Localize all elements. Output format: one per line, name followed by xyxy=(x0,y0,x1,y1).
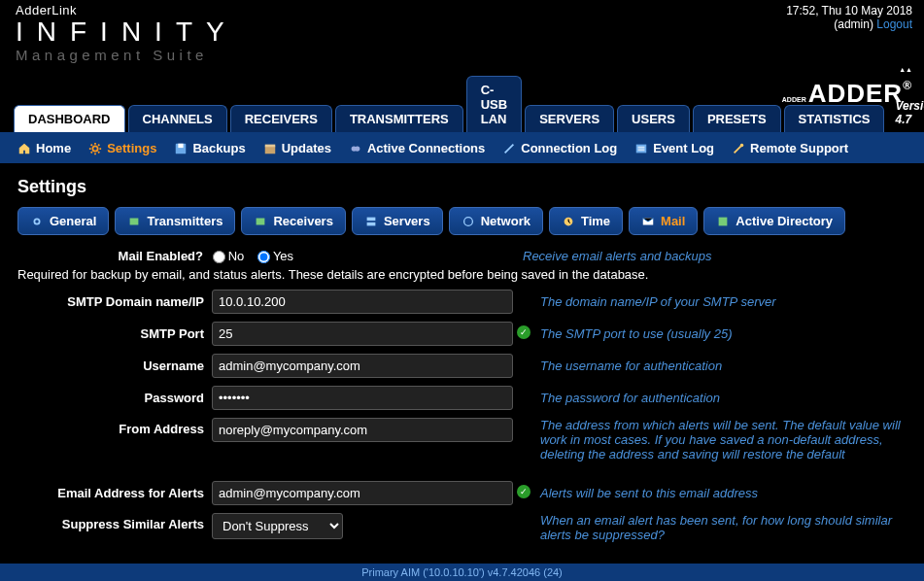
settings-tab-servers[interactable]: Servers xyxy=(352,207,443,235)
svg-point-6 xyxy=(740,143,744,147)
brand: AdderLink INFINITY Management Suite xyxy=(16,4,238,74)
tab-dashboard[interactable]: DASHBOARD xyxy=(14,105,125,132)
svg-rect-15 xyxy=(719,217,728,225)
server-icon xyxy=(364,215,378,228)
footer-status: Primary AIM ('10.0.10.10') v4.7.42046 (2… xyxy=(0,564,924,581)
home-icon xyxy=(17,142,31,155)
check-icon: ✓ xyxy=(517,485,530,498)
smtp-port-hint: The SMTP port to use (usually 25) xyxy=(540,326,907,341)
settings-tab-receivers[interactable]: Receivers xyxy=(241,207,345,235)
subnav-event-log[interactable]: Event Log xyxy=(634,141,714,155)
svg-point-12 xyxy=(463,217,472,225)
header-right: 17:52, Thu 10 May 2018 (admin) Logout ▲▲… xyxy=(782,4,912,74)
tab-users[interactable]: USERS xyxy=(617,105,690,132)
magic-icon xyxy=(732,142,745,155)
from-label: From Address xyxy=(17,418,212,436)
from-input[interactable] xyxy=(212,418,513,442)
mail-enabled-yes[interactable]: Yes xyxy=(257,249,293,263)
svg-rect-10 xyxy=(367,217,376,221)
smtp-domain-label: SMTP Domain name/IP xyxy=(17,294,212,309)
subnav-remote-support[interactable]: Remote Support xyxy=(732,141,848,155)
tab-transmitters[interactable]: TRANSMITTERS xyxy=(335,105,463,132)
username-hint: The username for authentication xyxy=(540,359,907,373)
svg-rect-4 xyxy=(264,144,275,147)
tab-servers[interactable]: SERVERS xyxy=(525,105,614,132)
subnav-settings[interactable]: Settings xyxy=(88,141,156,155)
suppress-label: Suppress Similar Alerts xyxy=(17,513,212,531)
receiver-icon xyxy=(254,215,267,228)
username-label: Username xyxy=(17,359,212,373)
gear-icon xyxy=(30,215,44,228)
settings-tab-active-directory[interactable]: Active Directory xyxy=(703,207,845,235)
gear-icon xyxy=(88,142,102,155)
tab-presets[interactable]: PRESETS xyxy=(693,105,781,132)
datetime: 17:52, Thu 10 May 2018 xyxy=(782,4,912,17)
svg-point-0 xyxy=(93,146,98,151)
check-icon: ✓ xyxy=(517,325,530,339)
network-icon xyxy=(462,215,475,228)
smtp-port-input[interactable] xyxy=(212,322,513,346)
settings-tab-general[interactable]: General xyxy=(17,207,109,235)
settings-tabs: General Transmitters Receivers Servers N… xyxy=(0,207,924,243)
subnav-backups[interactable]: Backups xyxy=(174,141,245,155)
mail-enabled-no[interactable]: No xyxy=(213,249,245,263)
disk-icon xyxy=(174,142,188,155)
alerts-email-label: Email Address for Alerts xyxy=(17,486,212,500)
smtp-domain-input[interactable] xyxy=(212,290,513,314)
required-line: Required for backup by email, and status… xyxy=(17,267,907,282)
smtp-domain-hint: The domain name/IP of your SMTP server xyxy=(540,294,907,309)
password-input[interactable] xyxy=(212,386,513,410)
tab-statistics[interactable]: STATISTICS xyxy=(784,105,885,132)
tab-receivers[interactable]: RECEIVERS xyxy=(230,105,332,132)
package-icon xyxy=(263,142,277,155)
svg-rect-2 xyxy=(179,143,184,147)
mail-icon xyxy=(641,215,655,228)
suppress-hint: When an email alert has been sent, for h… xyxy=(540,513,907,542)
wand-icon xyxy=(502,142,516,155)
clock-icon xyxy=(562,215,575,228)
brand-sub: Management Suite xyxy=(16,48,238,64)
tab-channels[interactable]: CHANNELS xyxy=(128,105,227,132)
company-logo: ▲▲ADDERADDER® xyxy=(782,49,912,109)
page-title: Settings xyxy=(0,163,924,207)
logout-link[interactable]: Logout xyxy=(876,17,912,31)
list-icon xyxy=(634,142,648,155)
subnav-connection-log[interactable]: Connection Log xyxy=(502,141,617,155)
subnav-active-connections[interactable]: Active Connections xyxy=(349,141,485,155)
transmitter-icon xyxy=(127,215,141,228)
brand-top: AdderLink xyxy=(16,4,238,17)
password-hint: The password for authentication xyxy=(540,391,907,405)
from-hint: The address from which alerts will be se… xyxy=(540,418,907,461)
suppress-select[interactable]: Don't Suppress xyxy=(212,513,343,539)
mail-enabled-hint: Receive email alerts and backups xyxy=(523,249,907,263)
svg-rect-8 xyxy=(130,218,139,224)
svg-rect-11 xyxy=(367,222,376,225)
brand-main: INFINITY xyxy=(16,17,238,48)
settings-tab-network[interactable]: Network xyxy=(449,207,543,235)
settings-tab-time[interactable]: Time xyxy=(549,207,623,235)
svg-rect-3 xyxy=(264,146,275,154)
mail-enabled-radio-group: No Yes xyxy=(213,249,303,263)
settings-tab-mail[interactable]: Mail xyxy=(629,207,698,235)
tab-cusb-lan[interactable]: C-USB LAN xyxy=(466,76,522,132)
svg-rect-9 xyxy=(257,218,265,224)
mail-enabled-label: Mail Enabled? xyxy=(17,249,209,263)
directory-icon xyxy=(716,215,730,228)
svg-point-7 xyxy=(34,219,39,223)
username-input[interactable] xyxy=(212,354,513,378)
subnav-updates[interactable]: Updates xyxy=(263,141,331,155)
mail-form: Mail Enabled? No Yes Receive email alert… xyxy=(0,243,924,581)
password-label: Password xyxy=(17,391,212,405)
subnav-home[interactable]: Home xyxy=(17,141,71,155)
link-icon xyxy=(349,142,362,155)
radio-no[interactable] xyxy=(213,251,225,263)
alerts-email-hint: Alerts will be sent to this email addres… xyxy=(540,486,907,500)
radio-yes[interactable] xyxy=(257,251,270,263)
user-line: (admin) Logout xyxy=(782,17,912,31)
alerts-email-input[interactable] xyxy=(212,481,513,505)
header: AdderLink INFINITY Management Suite 17:5… xyxy=(0,0,924,76)
current-user: admin xyxy=(838,17,870,31)
smtp-port-label: SMTP Port xyxy=(17,326,212,341)
settings-tab-transmitters[interactable]: Transmitters xyxy=(115,207,235,235)
sub-nav: Home Settings Backups Updates Active Con… xyxy=(0,133,924,163)
